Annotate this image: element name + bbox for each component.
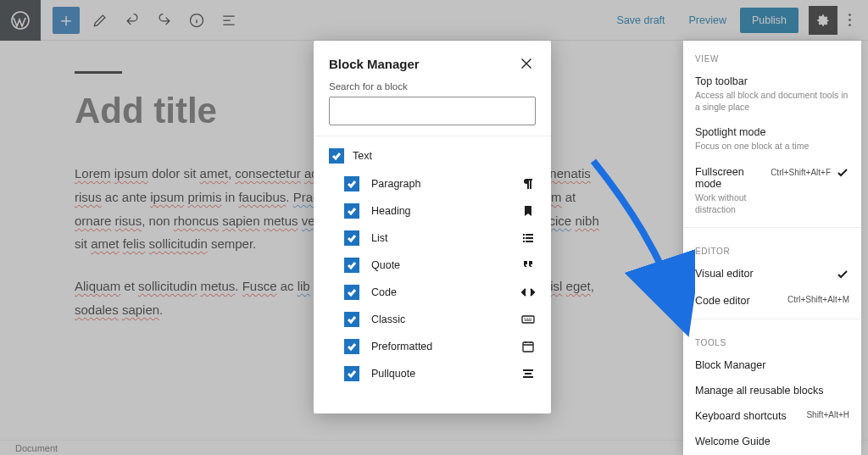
block-row-classic[interactable]: Classic <box>314 306 551 333</box>
block-row-preformatted[interactable]: Preformatted <box>314 333 551 360</box>
block-label: Pullquote <box>371 368 415 380</box>
checkbox-icon[interactable] <box>344 203 359 219</box>
option-spotlight-mode[interactable]: Spotlight modeFocus on one block at a ti… <box>683 119 861 159</box>
checkbox-icon[interactable] <box>344 285 359 300</box>
block-label: Classic <box>371 314 405 325</box>
modal-title: Block Manager <box>329 57 420 71</box>
quote-icon <box>520 258 536 273</box>
block-list[interactable]: Text ParagraphHeadingListQuoteCodeClassi… <box>314 136 551 413</box>
checkbox-icon[interactable] <box>344 258 359 273</box>
block-label: Code <box>371 286 397 298</box>
check-icon <box>836 166 849 180</box>
block-manager-modal: Block Manager Search for a block Text Pa… <box>314 41 551 413</box>
bookmark-icon <box>520 203 536 219</box>
block-category-text[interactable]: Text <box>314 145 551 170</box>
options-section-view: VIEW <box>683 41 861 69</box>
checkbox-icon[interactable] <box>344 312 359 327</box>
option-fullscreen-mode[interactable]: Fullscreen modeWork without distraction … <box>683 159 861 222</box>
checkbox-icon[interactable] <box>344 366 359 381</box>
block-label: Heading <box>371 205 411 217</box>
checkbox-icon[interactable] <box>344 230 359 246</box>
option-keyboard-shortcuts[interactable]: Keyboard shortcutsShift+Alt+H <box>683 403 861 429</box>
options-section-tools: TOOLS <box>683 325 861 352</box>
calendar-icon <box>520 339 536 354</box>
block-label: Preformatted <box>371 341 432 352</box>
block-row-pullquote[interactable]: Pullquote <box>314 360 551 387</box>
svg-rect-3 <box>523 342 533 352</box>
option-top-toolbar[interactable]: Top toolbarAccess all block and document… <box>683 69 861 119</box>
svg-rect-2 <box>522 316 534 323</box>
option-block-manager[interactable]: Block Manager <box>683 352 861 378</box>
block-search-input[interactable] <box>329 97 536 125</box>
search-label: Search for a block <box>314 81 551 97</box>
option-welcome-guide[interactable]: Welcome Guide <box>683 429 861 454</box>
checkbox-icon[interactable] <box>329 148 344 164</box>
keyboard-icon <box>520 312 536 327</box>
block-label: Paragraph <box>371 178 420 190</box>
option-reusable-blocks[interactable]: Manage all reusable blocks <box>683 378 861 403</box>
checkbox-icon[interactable] <box>344 339 359 354</box>
pilcrow-icon <box>520 176 536 191</box>
check-icon <box>836 268 849 281</box>
block-row-paragraph[interactable]: Paragraph <box>314 170 551 197</box>
options-dropdown: VIEW Top toolbarAccess all block and doc… <box>683 41 861 455</box>
options-section-editor: EDITOR <box>683 233 861 261</box>
pullquote-icon <box>520 366 536 381</box>
block-row-list[interactable]: List <box>314 225 551 252</box>
block-label: Quote <box>371 259 400 271</box>
block-row-heading[interactable]: Heading <box>314 197 551 225</box>
option-visual-editor[interactable]: Visual editor <box>683 261 861 288</box>
block-row-quote[interactable]: Quote <box>314 252 551 279</box>
option-code-editor[interactable]: Code editor Ctrl+Shift+Alt+M <box>683 288 861 314</box>
close-button[interactable] <box>517 54 536 73</box>
list-icon <box>520 230 536 246</box>
block-row-code[interactable]: Code <box>314 279 551 306</box>
code-icon <box>520 285 536 300</box>
block-label: List <box>371 232 387 244</box>
checkbox-icon[interactable] <box>344 176 359 191</box>
